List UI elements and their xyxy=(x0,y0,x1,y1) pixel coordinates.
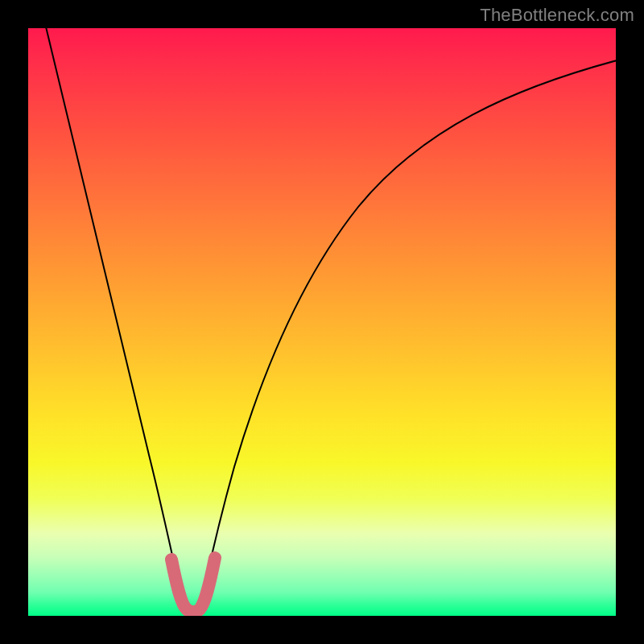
plot-area xyxy=(28,28,616,616)
chart-frame: TheBottleneck.com xyxy=(0,0,644,644)
curve-left-branch xyxy=(44,28,184,606)
watermark-text: TheBottleneck.com xyxy=(480,5,634,26)
chart-svg xyxy=(28,28,616,616)
curve-right-branch xyxy=(200,60,616,606)
curve-bottom-highlight xyxy=(171,558,215,612)
